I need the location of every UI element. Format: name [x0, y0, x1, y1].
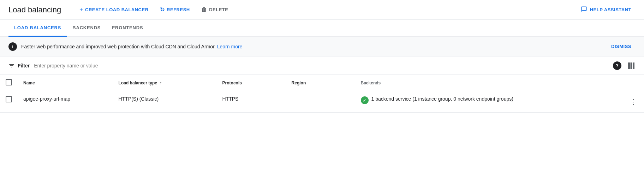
row-backends: ✓ 1 backend service (1 instance group, 0…: [355, 91, 623, 113]
info-banner: i Faster web performance and improved we…: [0, 37, 644, 56]
page-title: Load balancing: [8, 5, 61, 14]
col-backends: Backends: [355, 75, 623, 91]
header-right: HELP ASSISTANT: [577, 3, 636, 16]
info-icon: i: [8, 42, 17, 51]
backends-content: ✓ 1 backend service (1 instance group, 0…: [361, 96, 617, 104]
row-checkbox-cell[interactable]: [0, 91, 18, 113]
row-more-cell[interactable]: ⋮: [623, 91, 644, 113]
filter-bar: Filter ?: [0, 56, 644, 75]
filter-icon: [8, 62, 15, 69]
filter-actions: ?: [613, 61, 636, 70]
col-protocols: Protocols: [217, 75, 286, 91]
table-header: Name Load balancer type ↑ Protocols Regi…: [0, 75, 644, 91]
header-actions: + CREATE LOAD BALANCER ↻ REFRESH 🗑 DELET…: [75, 4, 568, 16]
filter-label[interactable]: Filter: [8, 62, 30, 69]
create-load-balancer-button[interactable]: + CREATE LOAD BALANCER: [75, 4, 153, 16]
tab-bar: LOAD BALANCERS BACKENDS FRONTENDS: [0, 20, 644, 37]
table-container: Name Load balancer type ↑ Protocols Regi…: [0, 75, 644, 113]
row-lb-type: HTTP(S) (Classic): [113, 91, 217, 113]
row-more-button[interactable]: ⋮: [628, 96, 638, 107]
select-all-checkbox[interactable]: [6, 79, 12, 85]
tab-backends[interactable]: BACKENDS: [67, 20, 106, 37]
tab-load-balancers[interactable]: LOAD BALANCERS: [8, 20, 67, 37]
delete-button[interactable]: 🗑 DELETE: [197, 4, 233, 16]
banner-text: Faster web performance and improved web …: [21, 44, 603, 49]
col-name: Name: [18, 75, 113, 91]
page-header: Load balancing + CREATE LOAD BALANCER ↻ …: [0, 0, 644, 20]
learn-more-link[interactable]: Learn more: [217, 44, 243, 49]
dismiss-button[interactable]: DISMISS: [607, 41, 636, 52]
help-assistant-button[interactable]: HELP ASSISTANT: [577, 3, 636, 16]
columns-icon[interactable]: [627, 61, 636, 70]
col-region: Region: [286, 75, 355, 91]
select-all-header[interactable]: [0, 75, 18, 91]
row-protocols: HTTPS: [217, 91, 286, 113]
delete-icon: 🗑: [201, 7, 207, 13]
help-circle-icon[interactable]: ?: [613, 61, 621, 70]
plus-icon: +: [79, 7, 83, 13]
row-checkbox[interactable]: [6, 96, 12, 102]
col-lb-type[interactable]: Load balancer type ↑: [113, 75, 217, 91]
refresh-button[interactable]: ↻ REFRESH: [156, 4, 194, 16]
filter-input[interactable]: [34, 63, 609, 68]
load-balancers-table: Name Load balancer type ↑ Protocols Regi…: [0, 75, 644, 113]
help-icon: [581, 6, 587, 13]
sort-icon: ↑: [160, 80, 162, 85]
table-body: apigee-proxy-url-map HTTP(S) (Classic) H…: [0, 91, 644, 113]
backend-ok-icon: ✓: [361, 96, 369, 104]
row-region: [286, 91, 355, 113]
tab-frontends[interactable]: FRONTENDS: [106, 20, 149, 37]
refresh-icon: ↻: [160, 6, 165, 13]
row-name[interactable]: apigee-proxy-url-map: [18, 91, 113, 113]
table-row: apigee-proxy-url-map HTTP(S) (Classic) H…: [0, 91, 644, 113]
col-actions: [623, 75, 644, 91]
